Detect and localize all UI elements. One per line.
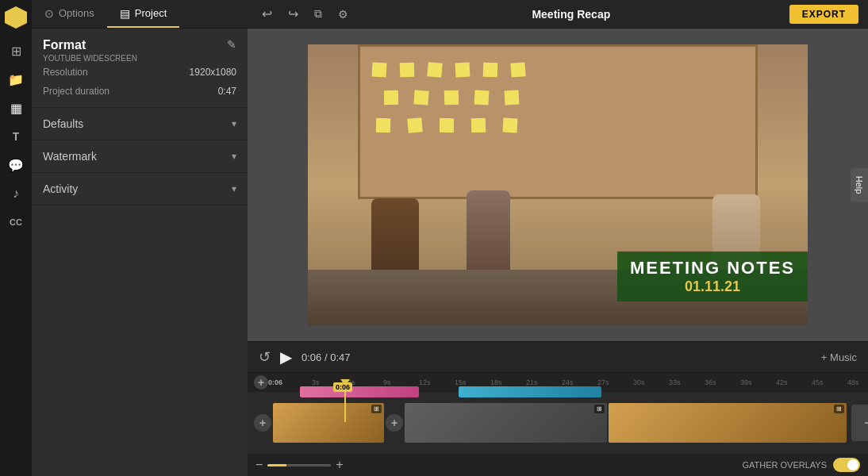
add-track-button[interactable]: + (254, 375, 268, 390)
sticky-note (440, 118, 454, 132)
gather-overlays-toggle[interactable] (833, 458, 860, 472)
timeline-ruler: + 0:06 3s 6s 9s 12s 15s 18s 21s 24s 27s … (248, 373, 868, 392)
sticky-note (505, 90, 520, 106)
tab-options-label: Options (59, 7, 94, 19)
ruler-mark-3s: 3s (312, 378, 320, 386)
sticky-note (471, 118, 486, 133)
play-button[interactable]: ▶ (280, 347, 292, 367)
tab-project[interactable]: ▤ Project (107, 0, 179, 28)
caption-icon[interactable]: CC (3, 209, 29, 235)
ruler-mark-45s: 45s (812, 378, 824, 386)
defaults-label: Defaults (43, 117, 83, 130)
clip-badge-3: ⊞ (834, 405, 844, 413)
format-duration-row: Project duration 0:47 (43, 82, 236, 101)
icon-bar: ⊞ 📁 ▦ T 💬 ♪ CC (0, 0, 32, 476)
sticky-note (384, 90, 398, 105)
clip-badge: ⊞ (371, 405, 382, 413)
sticky-note (400, 63, 415, 78)
clip-thumb-2[interactable]: ⊞ 0:09 (405, 403, 607, 443)
clip-tracks: + ⊞ + ⊞ 0:09 ⊞ (248, 392, 868, 454)
toggle-knob (847, 459, 858, 470)
format-title-group: Format YOUTUBE WIDESCREEN (43, 38, 137, 63)
sticky-note (503, 118, 518, 133)
gather-overlays-control: GATHER OVERLAYS (742, 458, 860, 472)
preview-area: MEETING NOTES 01.11.21 Help (248, 29, 868, 341)
ruler-mark-18s: 18s (490, 378, 502, 386)
timeline-area: + 0:06 3s 6s 9s 12s 15s 18s 21s 24s 27s … (248, 373, 868, 476)
ruler-mark-36s: 36s (705, 378, 716, 386)
project-title: Meeting Recap (532, 8, 610, 21)
watermark-chevron: ▾ (232, 151, 236, 162)
sticky-note (455, 63, 470, 78)
time-display: 0:06 / 0:47 (301, 351, 351, 363)
playback-bar: ↺ ▶ 0:06 / 0:47 + Music (248, 341, 868, 373)
tab-options[interactable]: ⊙ Options (32, 0, 107, 28)
zoom-in-button[interactable]: + (336, 458, 343, 472)
help-button[interactable]: Help (851, 168, 868, 202)
clip-badge-2: ⊞ (594, 405, 605, 413)
format-header: Format YOUTUBE WIDESCREEN ✎ (43, 38, 236, 63)
ruler-mark-9s: 9s (383, 378, 391, 386)
teal-clip-bar[interactable] (459, 386, 601, 397)
format-resolution-row: Resolution 1920x1080 (43, 63, 236, 82)
edit-icon[interactable]: ✎ (227, 38, 236, 51)
pink-clip-bar[interactable] (300, 386, 419, 397)
ruler-mark-30s: 30s (633, 378, 645, 386)
undo-button[interactable]: ↩ (257, 4, 277, 24)
meeting-notes-title: MEETING NOTES (630, 258, 795, 278)
redo-button[interactable]: ↪ (283, 4, 303, 24)
sticky-note (474, 90, 490, 106)
clip-group-1: ⊞ (273, 403, 384, 443)
clip-thumb-3[interactable]: ⊞ (609, 403, 847, 443)
zoom-controls: − + (255, 458, 344, 472)
options-icon: ⊙ (44, 7, 54, 20)
copy-button[interactable]: ⧉ (309, 5, 327, 23)
text-icon[interactable]: T (3, 124, 29, 149)
project-icon: ▤ (120, 7, 130, 20)
current-time: 0:06 (301, 351, 321, 363)
music-icon[interactable]: ♪ (3, 181, 29, 206)
activity-chevron: ▾ (232, 183, 236, 194)
restart-button[interactable]: ↺ (259, 348, 271, 366)
clip-thumb-1[interactable]: ⊞ (273, 403, 384, 443)
sticky-note (407, 117, 423, 133)
ruler-mark-48s: 48s (847, 378, 859, 386)
layers-icon[interactable]: ⊞ (3, 38, 29, 63)
activity-section[interactable]: Activity ▾ (32, 173, 248, 205)
format-section: Format YOUTUBE WIDESCREEN ✎ Resolution 1… (32, 29, 248, 108)
folder-icon[interactable]: 📁 (3, 67, 29, 92)
resolution-value: 1920x1080 (190, 67, 236, 78)
format-title: Format (43, 38, 137, 52)
add-clip-left-button[interactable]: + (254, 414, 271, 432)
sticky-note (510, 62, 525, 77)
time-separator: / (325, 351, 328, 363)
defaults-chevron: ▾ (232, 118, 236, 129)
comment-icon[interactable]: 💬 (3, 152, 29, 178)
defaults-section[interactable]: Defaults ▾ (32, 108, 248, 140)
sticky-note (376, 118, 391, 133)
playhead-time: 0:06 (333, 382, 352, 392)
settings-button[interactable]: ⚙ (333, 6, 353, 23)
add-clip-end-button[interactable]: + (851, 405, 868, 441)
main-area: ↩ ↪ ⧉ ⚙ Meeting Recap EXPORT (248, 0, 868, 476)
activity-label: Activity (43, 182, 78, 195)
media-icon[interactable]: ▦ (3, 95, 29, 121)
sidebar-tabs: ⊙ Options ▤ Project (32, 0, 248, 29)
ruler-mark-24s: 24s (562, 378, 574, 386)
meeting-notes-overlay: MEETING NOTES 01.11.21 (617, 251, 808, 301)
toolbar-left: ↩ ↪ ⧉ ⚙ (257, 4, 353, 24)
zoom-slider[interactable] (267, 464, 331, 466)
video-preview: MEETING NOTES 01.11.21 (308, 44, 808, 325)
duration-value: 0:47 (218, 86, 236, 97)
cork-board (358, 44, 758, 199)
duration-label: Project duration (43, 86, 109, 97)
zoom-out-button[interactable]: − (255, 458, 263, 472)
add-music-button[interactable]: + Music (821, 351, 857, 363)
tab-project-label: Project (135, 7, 167, 19)
export-button[interactable]: EXPORT (789, 5, 858, 24)
ruler-mark-15s: 15s (455, 378, 467, 386)
ruler-mark-33s: 33s (669, 378, 681, 386)
watermark-section[interactable]: Watermark ▾ (32, 140, 248, 173)
add-clip-middle-button[interactable]: + (386, 414, 403, 432)
sticky-note (372, 63, 387, 78)
